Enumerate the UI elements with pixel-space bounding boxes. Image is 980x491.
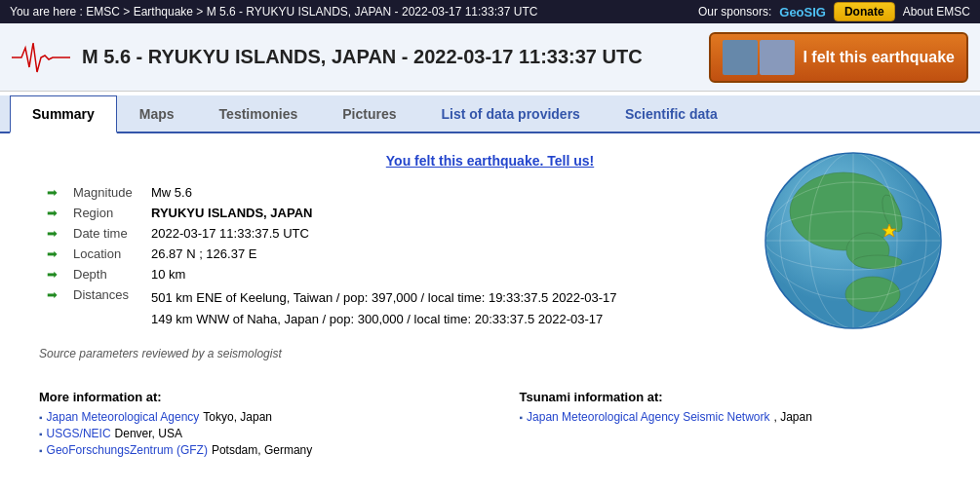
geosig-link[interactable]: GeoSIG: [779, 5, 826, 19]
distance-1: 501 km ENE of Keelung, Taiwan / pop: 397…: [151, 287, 616, 309]
magnitude-arrow: ➡: [39, 182, 65, 203]
more-info-area: More information at: Japan Meteorologica…: [39, 390, 461, 457]
jma-link[interactable]: Japan Meteorological Agency: [47, 410, 200, 424]
location-value: 26.87 N ; 126.37 E: [143, 244, 624, 264]
about-emsc-link[interactable]: About EMSC: [903, 5, 970, 19]
more-info-heading: More information at:: [39, 390, 461, 404]
seismograph-icon: [12, 38, 70, 77]
region-value: RYUKYU ISLANDS, JAPAN: [143, 203, 624, 223]
globe-svg: [756, 143, 951, 338]
bottom-row: More information at: Japan Meteorologica…: [20, 380, 960, 467]
jma-location: Tokyo, Japan: [203, 410, 272, 424]
more-info-item-jma: Japan Meteorological Agency Tokyo, Japan: [39, 410, 461, 424]
tab-data-providers[interactable]: List of data providers: [419, 95, 603, 132]
info-table: ➡ Magnitude Mw 5.6 ➡ Region RYUKYU ISLAN…: [39, 182, 624, 333]
depth-value: 10 km: [143, 264, 624, 284]
felt-image-1: [723, 40, 758, 75]
breadcrumb: You are here : EMSC > Earthquake > M 5.6…: [10, 5, 537, 19]
tsunami-info-area: Tsunami information at: Japan Meteorolog…: [520, 390, 942, 424]
tsunami-info-section: Tsunami information at: Japan Meteorolog…: [500, 380, 961, 467]
sponsors-label: Our sponsors:: [698, 5, 771, 19]
felt-image-2: [760, 40, 795, 75]
datetime-row: ➡ Date time 2022-03-17 11:33:37.5 UTC: [39, 223, 624, 244]
more-info-list: Japan Meteorological Agency Tokyo, Japan…: [39, 410, 461, 457]
source-note: Source parameters reviewed by a seismolo…: [39, 347, 941, 360]
tabs-bar: Summary Maps Testimonies Pictures List o…: [0, 95, 980, 133]
datetime-label: Date time: [65, 223, 143, 244]
sponsors-area: Our sponsors: GeoSIG Donate About EMSC: [698, 2, 970, 21]
region-label: Region: [65, 203, 143, 223]
tab-scientific-data[interactable]: Scientific data: [603, 95, 740, 132]
usgs-link[interactable]: USGS/NEIC: [47, 427, 111, 440]
tab-maps[interactable]: Maps: [117, 95, 197, 132]
felt-link[interactable]: You felt this earthquake. Tell us!: [386, 153, 594, 169]
more-info-item-gfz: GeoForschungsZentrum (GFZ) Potsdam, Germ…: [39, 443, 461, 457]
magnitude-row: ➡ Magnitude Mw 5.6: [39, 182, 624, 203]
tab-testimonies[interactable]: Testimonies: [197, 95, 321, 132]
donate-button[interactable]: Donate: [834, 2, 895, 21]
more-info-section: More information at: Japan Meteorologica…: [20, 380, 481, 467]
globe-container: [756, 143, 951, 338]
tsunami-heading: Tsunami information at:: [520, 390, 942, 404]
location-row: ➡ Location 26.87 N ; 126.37 E: [39, 244, 624, 264]
more-info-item-usgs: USGS/NEIC Denver, USA: [39, 427, 461, 440]
location-arrow: ➡: [39, 244, 65, 264]
tsunami-jma-location: , Japan: [774, 410, 812, 424]
tsunami-list: Japan Meteorological Agency Seismic Netw…: [520, 410, 942, 424]
main-content: You felt this earthquake. Tell us! ➡ Mag…: [0, 133, 980, 476]
region-row: ➡ Region RYUKYU ISLANDS, JAPAN: [39, 203, 624, 223]
tab-pictures[interactable]: Pictures: [320, 95, 418, 132]
page-title: M 5.6 - RYUKYU ISLANDS, JAPAN - 2022-03-…: [82, 46, 697, 68]
felt-images: [723, 40, 795, 75]
distances-arrow: ➡: [39, 284, 65, 333]
tab-summary[interactable]: Summary: [10, 95, 117, 133]
distances-label: Distances: [65, 284, 143, 333]
depth-arrow: ➡: [39, 264, 65, 284]
magnitude-value: Mw 5.6: [143, 182, 624, 203]
gfz-link[interactable]: GeoForschungsZentrum (GFZ): [47, 443, 208, 457]
magnitude-label: Magnitude: [65, 182, 143, 203]
region-arrow: ➡: [39, 203, 65, 223]
distances-row: ➡ Distances 501 km ENE of Keelung, Taiwa…: [39, 284, 624, 333]
depth-row: ➡ Depth 10 km: [39, 264, 624, 284]
topbar: You are here : EMSC > Earthquake > M 5.6…: [0, 0, 980, 23]
gfz-location: Potsdam, Germany: [212, 443, 312, 457]
distances-value: 501 km ENE of Keelung, Taiwan / pop: 397…: [143, 284, 624, 333]
distance-2: 149 km WNW of Naha, Japan / pop: 300,000…: [151, 309, 616, 330]
depth-label: Depth: [65, 264, 143, 284]
datetime-arrow: ➡: [39, 223, 65, 244]
felt-button-label: I felt this earthquake: [803, 49, 955, 66]
felt-earthquake-button[interactable]: I felt this earthquake: [709, 32, 968, 83]
tsunami-item-jma: Japan Meteorological Agency Seismic Netw…: [520, 410, 942, 424]
titlebar: M 5.6 - RYUKYU ISLANDS, JAPAN - 2022-03-…: [0, 23, 980, 92]
datetime-value: 2022-03-17 11:33:37.5 UTC: [143, 223, 624, 244]
usgs-location: Denver, USA: [115, 427, 182, 440]
seismo-icon-area: [12, 38, 70, 77]
tsunami-jma-link[interactable]: Japan Meteorological Agency Seismic Netw…: [527, 410, 769, 424]
location-label: Location: [65, 244, 143, 264]
